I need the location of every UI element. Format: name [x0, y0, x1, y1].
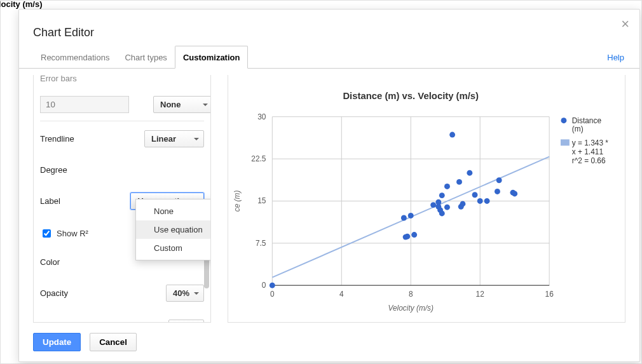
opacity-label: Opacity — [40, 288, 166, 298]
svg-text:Velocity (m/s): Velocity (m/s) — [388, 304, 434, 313]
svg-text:16: 16 — [545, 290, 554, 299]
chart-preview: Distance (m) vs. Velocity (m/s)ce (m)048… — [228, 75, 625, 323]
svg-text:22.5: 22.5 — [251, 154, 266, 163]
svg-point-48 — [496, 177, 502, 183]
svg-point-50 — [512, 191, 517, 197]
label-dropdown-popup: None Use equation Custom — [135, 199, 211, 260]
label-option-custom[interactable]: Custom — [136, 239, 211, 257]
svg-point-42 — [460, 201, 465, 206]
tab-customization[interactable]: Customization — [175, 46, 249, 69]
error-bars-select[interactable]: None — [153, 96, 211, 113]
svg-text:7.5: 7.5 — [256, 239, 266, 248]
label-option-none[interactable]: None — [136, 202, 211, 220]
svg-text:4: 4 — [339, 290, 344, 299]
svg-text:30: 30 — [257, 112, 266, 121]
chart-svg: Distance (m) vs. Velocity (m/s)ce (m)048… — [228, 75, 625, 322]
tabbar: Recommendations Chart types Customizatio… — [19, 46, 639, 69]
svg-text:0: 0 — [262, 281, 266, 290]
customization-panel: Error bars None Trendline Linear — [33, 75, 211, 323]
svg-point-46 — [484, 198, 490, 204]
svg-point-33 — [435, 199, 441, 205]
svg-point-36 — [439, 192, 445, 198]
svg-point-45 — [477, 198, 483, 204]
label-option-use-equation[interactable]: Use equation — [136, 220, 211, 239]
svg-text:0: 0 — [270, 290, 275, 299]
opacity-select[interactable]: 40% — [166, 285, 204, 302]
svg-point-37 — [444, 205, 450, 210]
svg-text:r^2 = 0.66: r^2 = 0.66 — [572, 156, 606, 165]
help-link[interactable]: Help — [606, 46, 625, 68]
trendline-select-value: Linear — [151, 134, 176, 144]
svg-text:Distance: Distance — [572, 116, 602, 125]
svg-text:12: 12 — [476, 290, 484, 299]
svg-point-51 — [561, 118, 566, 123]
show-r2-checkbox-input[interactable] — [43, 229, 51, 238]
chart-editor-modal: × Chart Editor Recommendations Chart typ… — [18, 9, 640, 362]
error-bars-value-input[interactable] — [40, 96, 129, 113]
svg-text:y = 1.343 *: y = 1.343 * — [572, 138, 608, 147]
svg-point-44 — [472, 192, 478, 198]
tab-recommendations[interactable]: Recommendations — [33, 46, 117, 68]
svg-point-35 — [439, 210, 445, 216]
svg-point-39 — [449, 132, 455, 138]
svg-point-25 — [270, 283, 275, 288]
svg-point-31 — [430, 202, 436, 208]
degree-label: Degree — [40, 165, 204, 175]
page-cropped-title: vs. Velocity (m/s) — [0, 0, 43, 9]
chevron-down-icon — [203, 104, 208, 106]
error-bars-select-value: None — [160, 100, 181, 109]
update-button[interactable]: Update — [33, 333, 81, 351]
trendline-select[interactable]: Linear — [144, 130, 204, 147]
svg-text:Distance (m) vs. Velocity (m/s: Distance (m) vs. Velocity (m/s) — [343, 91, 479, 101]
error-bars-label: Error bars — [40, 75, 204, 83]
chevron-down-icon — [194, 138, 199, 140]
svg-text:(m): (m) — [572, 125, 584, 134]
label-label: Label — [40, 196, 130, 206]
titlebar: Chart Editor — [19, 10, 639, 46]
svg-point-40 — [456, 179, 462, 185]
chevron-down-icon — [194, 292, 199, 295]
cancel-button[interactable]: Cancel — [90, 333, 137, 351]
svg-point-26 — [401, 215, 407, 221]
svg-point-28 — [404, 234, 410, 239]
svg-text:x + 1.411: x + 1.411 — [572, 147, 604, 156]
svg-point-29 — [408, 213, 414, 219]
svg-point-43 — [467, 170, 472, 176]
line-thickness-select[interactable]: 2px — [168, 320, 204, 323]
close-icon[interactable]: × — [621, 16, 629, 32]
svg-point-38 — [444, 184, 450, 189]
svg-text:15: 15 — [257, 196, 266, 205]
show-r2-label: Show R² — [57, 229, 88, 238]
trendline-label: Trendline — [40, 134, 144, 144]
modal-title: Chart Editor — [33, 26, 625, 39]
svg-rect-54 — [561, 139, 570, 145]
show-r2-checkbox[interactable]: Show R² — [40, 227, 88, 239]
svg-point-47 — [495, 189, 500, 194]
svg-text:8: 8 — [409, 290, 413, 299]
tab-chart-types[interactable]: Chart types — [117, 46, 174, 68]
opacity-select-value: 40% — [173, 288, 189, 298]
svg-point-30 — [411, 232, 417, 238]
footer: Update Cancel — [19, 323, 639, 361]
svg-text:ce (m): ce (m) — [233, 191, 242, 212]
